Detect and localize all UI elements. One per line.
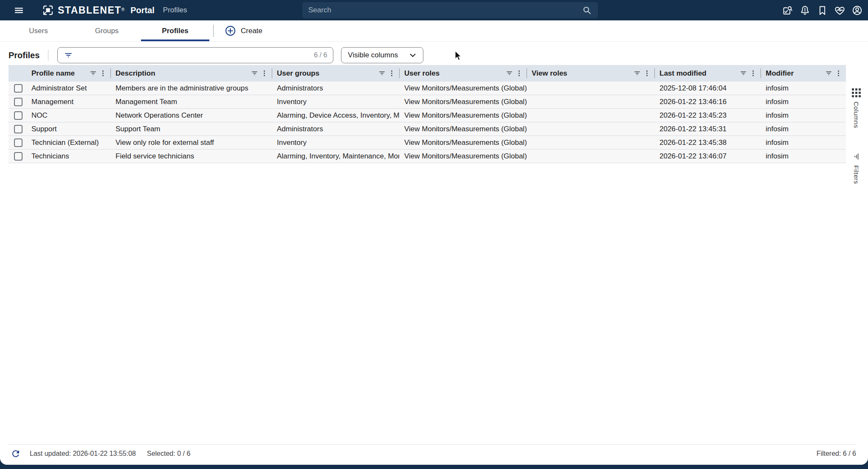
table-row[interactable]: Support Support Team Administrators View… bbox=[8, 122, 846, 136]
column-filter-icon[interactable] bbox=[824, 69, 833, 78]
visible-columns-label: Visible columns bbox=[348, 51, 398, 59]
header-cell-select bbox=[8, 65, 29, 82]
cell-modifier: infosim bbox=[761, 138, 846, 147]
health-heart-icon[interactable] bbox=[834, 4, 845, 16]
breadcrumb: Profiles bbox=[163, 6, 187, 14]
columns-rail-label: Columns bbox=[853, 102, 860, 128]
profiles-table: Profile name Description User groups bbox=[8, 65, 846, 163]
toolbar-divider bbox=[48, 50, 48, 61]
cell-description: View only role for external staff bbox=[110, 138, 272, 147]
product-name: Portal bbox=[130, 6, 155, 15]
notification-bell-icon[interactable] bbox=[799, 4, 811, 16]
cell-user-roles: View Monitors/Measurements (Global), Cre… bbox=[399, 111, 527, 120]
cell-user-groups: Alarming, Device Access, Inventory, Moni… bbox=[272, 111, 399, 120]
column-label: Modifier bbox=[766, 69, 794, 78]
cell-profile-name: Technicians bbox=[29, 152, 110, 161]
table-row[interactable]: Technicians Field service technicians Al… bbox=[8, 150, 846, 163]
row-select-cell bbox=[8, 152, 29, 161]
header-cell-description[interactable]: Description bbox=[110, 65, 272, 82]
column-menu-icon[interactable] bbox=[515, 69, 523, 78]
cell-profile-name: Administrator Set bbox=[29, 84, 110, 93]
columns-rail-button[interactable]: Columns bbox=[852, 88, 861, 128]
column-filter-icon[interactable] bbox=[89, 69, 97, 78]
cell-profile-name: NOC bbox=[29, 111, 110, 120]
column-menu-icon[interactable] bbox=[387, 69, 396, 78]
row-checkbox[interactable] bbox=[14, 125, 23, 133]
bookmark-icon[interactable] bbox=[816, 4, 828, 16]
column-menu-icon[interactable] bbox=[643, 69, 651, 78]
stablenet-logo-icon bbox=[42, 4, 54, 17]
cell-modifier: infosim bbox=[761, 98, 846, 106]
column-menu-icon[interactable] bbox=[99, 69, 107, 78]
account-icon[interactable] bbox=[851, 4, 863, 16]
refresh-icon[interactable] bbox=[10, 448, 21, 459]
header-cell-view-roles[interactable]: View roles bbox=[527, 65, 654, 82]
cell-last-modified: 2025-12-08 17:46:04 bbox=[654, 84, 761, 93]
column-menu-icon[interactable] bbox=[749, 69, 757, 78]
column-filter-icon[interactable] bbox=[250, 69, 259, 78]
tab-divider bbox=[213, 25, 214, 37]
header-cell-last-modified[interactable]: Last modified bbox=[654, 65, 761, 82]
row-checkbox[interactable] bbox=[14, 138, 23, 147]
cell-modifier: infosim bbox=[761, 125, 846, 133]
cell-description: Network Operations Center bbox=[110, 111, 272, 120]
table-toolbar: Profiles 6 / 6 Visible columns bbox=[0, 46, 868, 65]
filter-rail-icon bbox=[852, 152, 861, 161]
global-search bbox=[302, 2, 598, 18]
table-filter-input[interactable]: 6 / 6 bbox=[57, 47, 333, 63]
cell-user-roles: View Monitors/Measurements (Global), Vie… bbox=[399, 98, 527, 106]
cell-last-modified: 2026-01-22 13:45:38 bbox=[654, 138, 761, 147]
table-row[interactable]: Administrator Set Members are in the adm… bbox=[8, 82, 846, 95]
cell-modifier: infosim bbox=[761, 152, 846, 161]
topbar-icon-group bbox=[781, 0, 863, 20]
row-checkbox[interactable] bbox=[14, 98, 23, 106]
cell-modifier: infosim bbox=[761, 84, 846, 93]
column-filter-icon[interactable] bbox=[633, 69, 641, 78]
cell-modifier: infosim bbox=[761, 111, 846, 120]
table-row[interactable]: Management Management Team Inventory Vie… bbox=[8, 95, 846, 109]
column-filter-icon[interactable] bbox=[505, 69, 513, 78]
table-row[interactable]: NOC Network Operations Center Alarming, … bbox=[8, 109, 846, 122]
visible-columns-select[interactable]: Visible columns bbox=[341, 47, 423, 63]
box-search-icon[interactable] bbox=[781, 4, 793, 16]
column-label: Description bbox=[116, 69, 155, 78]
table-body: Administrator Set Members are in the adm… bbox=[8, 82, 846, 163]
column-menu-icon[interactable] bbox=[834, 69, 843, 78]
column-filter-icon[interactable] bbox=[378, 69, 386, 78]
search-icon[interactable] bbox=[582, 5, 592, 15]
row-checkbox[interactable] bbox=[14, 152, 23, 161]
row-checkbox[interactable] bbox=[14, 111, 23, 120]
cell-user-roles: View Monitors/Measurements (Global), Cre… bbox=[399, 84, 527, 93]
column-menu-icon[interactable] bbox=[260, 69, 268, 78]
cell-user-groups: Administrators bbox=[272, 125, 399, 133]
cell-user-groups: Inventory bbox=[272, 138, 399, 147]
tab-profiles[interactable]: Profiles bbox=[141, 20, 209, 41]
column-label: User groups bbox=[277, 69, 319, 78]
header-cell-user-groups[interactable]: User groups bbox=[272, 65, 399, 82]
cell-last-modified: 2026-01-22 13:45:23 bbox=[654, 111, 761, 120]
create-button[interactable]: Create bbox=[225, 20, 262, 41]
main-content-card: Users Groups Profiles Create Profiles 6 … bbox=[0, 20, 868, 465]
cell-last-modified: 2026-01-22 13:46:16 bbox=[654, 98, 761, 106]
stablenet-logo[interactable]: STABLENET® Portal bbox=[42, 4, 155, 17]
column-filter-icon[interactable] bbox=[739, 69, 747, 78]
chevron-down-icon bbox=[408, 50, 418, 60]
filters-rail-label: Filters bbox=[853, 165, 860, 184]
column-label: View roles bbox=[532, 69, 567, 78]
header-cell-modifier[interactable]: Modifier bbox=[761, 65, 846, 82]
selected-count-text: Selected: 0 / 6 bbox=[147, 450, 190, 458]
header-cell-user-roles[interactable]: User roles bbox=[399, 65, 527, 82]
table-row[interactable]: Technician (External) View only role for… bbox=[8, 136, 846, 150]
search-input[interactable] bbox=[308, 6, 582, 14]
filters-rail-button[interactable]: Filters bbox=[852, 152, 861, 184]
tab-groups[interactable]: Groups bbox=[73, 20, 141, 41]
row-select-cell bbox=[8, 138, 29, 147]
header-cell-profile-name[interactable]: Profile name bbox=[29, 65, 110, 82]
row-checkbox[interactable] bbox=[14, 84, 23, 93]
tab-users[interactable]: Users bbox=[4, 20, 73, 41]
row-select-cell bbox=[8, 125, 29, 133]
cell-profile-name: Support bbox=[29, 125, 110, 133]
column-label: Profile name bbox=[31, 69, 75, 78]
row-select-cell bbox=[8, 111, 29, 120]
hamburger-menu-icon[interactable] bbox=[13, 4, 25, 16]
